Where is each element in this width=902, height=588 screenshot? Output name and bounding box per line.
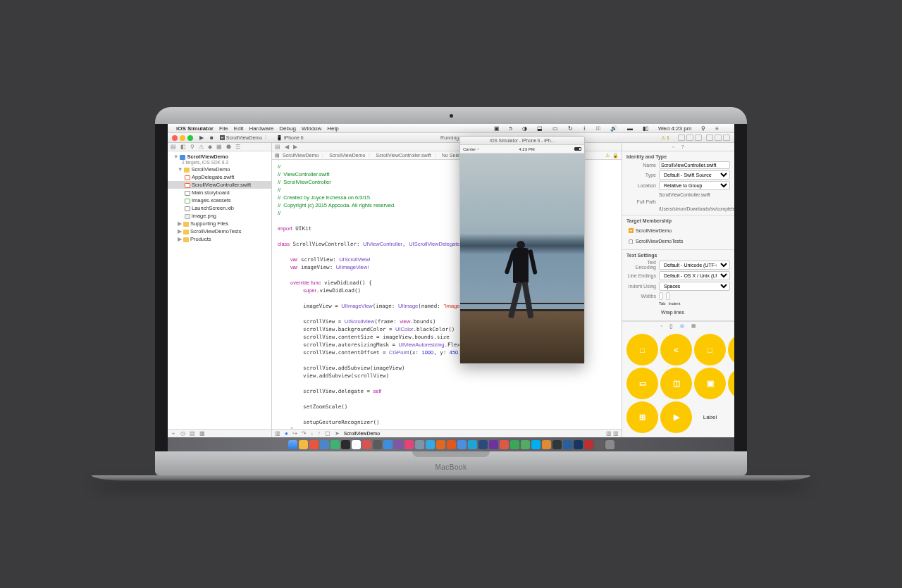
- lib-glkit-controller[interactable]: ◧: [728, 368, 734, 399]
- project-nav-tab[interactable]: ▤: [171, 144, 176, 150]
- dock-app[interactable]: [436, 440, 445, 449]
- close-window-button[interactable]: [172, 135, 178, 141]
- dock-app[interactable]: [500, 440, 509, 449]
- dock-app[interactable]: [531, 440, 540, 449]
- tree-item[interactable]: ▶Supporting Files: [168, 220, 271, 227]
- forward-button[interactable]: ▶: [293, 144, 297, 150]
- breakpoint-nav-tab[interactable]: ⬣: [226, 144, 231, 150]
- lib-button[interactable]: Button: [728, 401, 734, 433]
- lib-tab-controller[interactable]: ▭: [626, 368, 658, 399]
- dock-app[interactable]: [426, 440, 435, 449]
- app-content-image[interactable]: [460, 154, 584, 363]
- app-menu[interactable]: iOS Simulator: [176, 125, 214, 132]
- volume-icon[interactable]: 🔊: [610, 125, 617, 132]
- encoding-select[interactable]: Default - Unicode (UTF-8): [659, 261, 730, 270]
- menu-hardware[interactable]: Hardware: [249, 125, 274, 132]
- sync-icon[interactable]: ↻: [568, 125, 573, 132]
- dock-app[interactable]: [394, 440, 403, 449]
- adobe-icon[interactable]: ▣: [494, 125, 500, 132]
- dock-app[interactable]: [521, 440, 530, 449]
- tree-item[interactable]: ▶Products: [168, 235, 271, 243]
- tree-item[interactable]: ▼ScrollViewDemo: [168, 165, 271, 173]
- standard-editor-button[interactable]: [678, 135, 685, 141]
- tree-item[interactable]: ▶ScrollViewDemoTests: [168, 227, 271, 235]
- dock-app[interactable]: [383, 440, 393, 449]
- add-button[interactable]: ＋: [171, 430, 176, 437]
- find-nav-tab[interactable]: ⚲: [190, 144, 194, 150]
- lib-avkit-controller[interactable]: ⊞: [626, 401, 658, 433]
- dock-app[interactable]: [362, 440, 371, 449]
- tab-width-field[interactable]: [659, 292, 663, 300]
- dropbox-icon[interactable]: ⬓: [537, 125, 543, 132]
- tree-item[interactable]: ScrollViewController.swift: [168, 181, 271, 189]
- display-icon[interactable]: ▭: [552, 125, 558, 132]
- issue-nav-tab[interactable]: ⚠: [199, 144, 204, 150]
- dock-app[interactable]: [489, 440, 498, 449]
- dock-app[interactable]: [574, 440, 583, 449]
- version-editor-button[interactable]: [695, 135, 702, 141]
- console-toggle-button[interactable]: ▥ ▥: [606, 430, 619, 437]
- bluetooth-icon[interactable]: ᚼ: [583, 125, 586, 132]
- run-button[interactable]: ▶: [199, 135, 204, 141]
- menu-help[interactable]: Help: [327, 125, 338, 132]
- code-snippet-lib-tab[interactable]: {}: [669, 323, 673, 328]
- dock-app[interactable]: [510, 440, 519, 449]
- related-items-button[interactable]: ▤: [275, 144, 280, 150]
- report-nav-tab[interactable]: ☰: [235, 144, 240, 150]
- location-button[interactable]: ➤: [335, 430, 340, 437]
- dock-app[interactable]: [320, 440, 329, 449]
- menu-debug[interactable]: Debug: [279, 125, 296, 132]
- toggle-debug-button[interactable]: [715, 135, 722, 141]
- dock-app[interactable]: [330, 440, 340, 449]
- lib-split-controller[interactable]: ◫: [660, 368, 692, 399]
- dock-app[interactable]: [447, 440, 456, 449]
- dock-app[interactable]: [457, 440, 467, 449]
- simulator-titlebar[interactable]: iOS Simulator - iPhone 6 - iPh...: [460, 137, 584, 145]
- toggle-utilities-button[interactable]: [723, 135, 730, 141]
- menu-window[interactable]: Window: [302, 125, 321, 132]
- dock-app[interactable]: [373, 440, 382, 449]
- notif-icon[interactable]: 5: [509, 125, 512, 132]
- jump-lock-icon[interactable]: 🔒: [612, 153, 619, 158]
- warnings-badge[interactable]: ⚠ 1: [661, 135, 669, 141]
- indent-width-field[interactable]: [666, 292, 670, 300]
- scheme-selector[interactable]: 🅰 ScrollViewDemo: [220, 135, 262, 140]
- menu-edit[interactable]: Edit: [234, 125, 244, 132]
- dock-app[interactable]: [552, 440, 562, 449]
- scm-filter-button[interactable]: ▤: [190, 430, 195, 437]
- step-out-button[interactable]: ↑: [318, 430, 321, 437]
- assistant-editor-button[interactable]: [686, 135, 693, 141]
- dock-app[interactable]: [404, 440, 414, 449]
- lib-collection-controller[interactable]: ▫: [728, 334, 734, 365]
- object-lib-tab[interactable]: ◎: [680, 323, 684, 329]
- step-over-button[interactable]: ↷: [302, 430, 307, 437]
- dock-app[interactable]: [595, 440, 604, 449]
- dock-app[interactable]: [415, 440, 424, 449]
- flag-icon[interactable]: ▬: [627, 125, 633, 132]
- zoom-window-button[interactable]: [187, 135, 193, 141]
- toggle-navigator-button[interactable]: [706, 135, 713, 141]
- debug-nav-tab[interactable]: ▦: [216, 144, 222, 150]
- jump-warning-icon[interactable]: ⚠: [605, 153, 610, 158]
- lib-nav-controller[interactable]: <: [660, 334, 692, 365]
- recent-filter-button[interactable]: ◷: [180, 430, 185, 437]
- dock-app[interactable]: [468, 440, 477, 449]
- menu-file[interactable]: File: [219, 125, 228, 132]
- dock-finder[interactable]: [288, 440, 297, 449]
- dock-app[interactable]: [478, 440, 488, 449]
- lib-label[interactable]: Label: [694, 401, 726, 433]
- dock-app[interactable]: [341, 440, 350, 449]
- project-root[interactable]: ▼ScrollViewDemo 2 targets, iOS SDK 8.3: [168, 153, 271, 165]
- quick-help-tab[interactable]: ?: [681, 144, 684, 149]
- tree-item[interactable]: Main.storyboard: [168, 189, 271, 196]
- clock[interactable]: Wed 4:23 pm: [658, 125, 691, 132]
- continue-button[interactable]: ↪: [292, 430, 297, 437]
- line-endings-select[interactable]: Default - OS X / Unix (LF): [659, 271, 730, 280]
- breakpoints-button[interactable]: ●: [285, 430, 288, 437]
- device-selector[interactable]: 📱 iPhone 6: [276, 135, 304, 141]
- simulator-window[interactable]: iOS Simulator - iPhone 6 - iPh... Carrie…: [459, 136, 585, 364]
- symbol-nav-tab[interactable]: ◧: [180, 144, 186, 150]
- file-name-field[interactable]: [659, 161, 730, 169]
- lib-page-controller[interactable]: ▣: [694, 368, 726, 399]
- dock-app[interactable]: [299, 440, 308, 449]
